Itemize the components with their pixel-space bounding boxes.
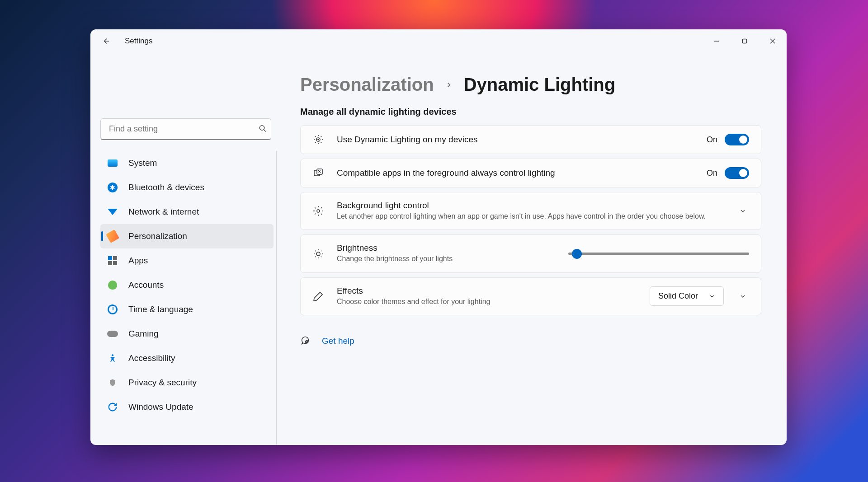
bluetooth-icon: ✱: [107, 182, 118, 193]
row-title: Effects: [337, 286, 637, 296]
wifi-icon: [107, 206, 118, 218]
background-light-row[interactable]: Background light control Let another app…: [300, 192, 761, 230]
nav-network[interactable]: Network & internet: [100, 200, 274, 224]
sidebar: System ✱Bluetooth & devices Network & in…: [90, 53, 280, 445]
nav-label: Personalization: [128, 231, 187, 241]
update-icon: [107, 401, 118, 413]
svg-point-3: [112, 354, 113, 356]
row-title: Compatible apps in the foreground always…: [337, 168, 694, 178]
expand-button[interactable]: [736, 290, 749, 303]
shield-icon: [107, 377, 118, 388]
help-icon: [300, 335, 310, 347]
nav-label: Accessibility: [128, 353, 175, 363]
compatible-apps-row: Compatible apps in the foreground always…: [300, 159, 761, 187]
toggle-state: On: [707, 135, 717, 145]
chevron-down-icon: [739, 207, 746, 215]
nav-bluetooth[interactable]: ✱Bluetooth & devices: [100, 175, 274, 200]
nav-label: Gaming: [128, 329, 159, 339]
nav-time[interactable]: Time & language: [100, 297, 274, 322]
toggle-state: On: [707, 168, 717, 178]
close-button[interactable]: [759, 29, 787, 53]
nav-gaming[interactable]: Gaming: [100, 322, 274, 346]
get-help-link[interactable]: Get help: [322, 336, 354, 346]
system-icon: [107, 157, 118, 169]
app-title: Settings: [125, 37, 152, 46]
breadcrumb-parent[interactable]: Personalization: [300, 75, 434, 95]
expand-button[interactable]: [736, 205, 749, 217]
settings-window: Settings System ✱Bluetooth & devices Net…: [90, 29, 787, 445]
chevron-right-icon: [445, 78, 453, 92]
nav-privacy[interactable]: Privacy & security: [100, 370, 274, 395]
gamepad-icon: [107, 328, 118, 340]
maximize-button[interactable]: [731, 29, 759, 53]
effects-dropdown[interactable]: Solid Color: [650, 286, 724, 306]
search-input[interactable]: [100, 118, 271, 140]
nav-apps[interactable]: Apps: [100, 248, 274, 273]
svg-point-5: [318, 139, 319, 140]
back-button[interactable]: [100, 35, 113, 47]
page-title: Dynamic Lighting: [464, 75, 616, 95]
light-icon: [312, 134, 324, 145]
brush-icon: [107, 230, 118, 242]
search-button[interactable]: [259, 125, 267, 134]
nav-label: Apps: [128, 256, 148, 266]
row-title: Use Dynamic Lighting on my devices: [337, 135, 694, 145]
nav-accessibility[interactable]: Accessibility: [100, 346, 274, 370]
gear-icon: [312, 205, 324, 217]
help-row: Get help: [300, 335, 761, 347]
window-controls: [703, 29, 787, 53]
apps-icon: [107, 255, 118, 267]
nav-label: Time & language: [128, 304, 193, 314]
accessibility-icon: [107, 352, 118, 364]
svg-point-9: [316, 252, 320, 256]
brightness-slider[interactable]: [568, 253, 749, 255]
row-subtitle: Choose color themes and effect for your …: [337, 297, 637, 307]
row-title: Brightness: [337, 243, 556, 253]
nav-update[interactable]: Windows Update: [100, 395, 274, 419]
svg-point-8: [317, 210, 320, 212]
nav-label: Windows Update: [128, 402, 193, 412]
chevron-down-icon: [709, 293, 715, 299]
row-subtitle: Let another app control lighting when an…: [337, 211, 724, 221]
nav-label: Accounts: [128, 280, 164, 290]
section-header: Manage all dynamic lighting devices: [300, 107, 761, 117]
row-subtitle: Change the brightness of your lights: [337, 254, 556, 264]
nav-personalization[interactable]: Personalization: [100, 224, 274, 248]
nav-system[interactable]: System: [100, 151, 274, 175]
svg-rect-1: [743, 39, 747, 43]
minimize-button[interactable]: [703, 29, 731, 53]
content: Personalization Dynamic Lighting Manage …: [280, 53, 787, 445]
nav: System ✱Bluetooth & devices Network & in…: [100, 151, 277, 445]
breadcrumb: Personalization Dynamic Lighting: [300, 75, 761, 95]
effects-row[interactable]: Effects Choose color themes and effect f…: [300, 277, 761, 315]
nav-label: Privacy & security: [128, 378, 197, 388]
svg-point-2: [259, 126, 264, 131]
pencil-icon: [312, 290, 324, 302]
use-dynamic-lighting-toggle[interactable]: [725, 134, 749, 145]
nav-label: Bluetooth & devices: [128, 183, 204, 192]
brightness-row: Brightness Change the brightness of your…: [300, 234, 761, 272]
minimize-icon: [714, 38, 719, 44]
chevron-down-icon: [739, 293, 746, 300]
nav-label: System: [128, 158, 157, 168]
row-title: Background light control: [337, 201, 724, 211]
search-icon: [259, 125, 267, 133]
clock-icon: [107, 304, 118, 315]
maximize-icon: [742, 38, 747, 44]
person-icon: [107, 279, 118, 291]
dropdown-value: Solid Color: [658, 291, 698, 301]
close-icon: [770, 38, 775, 44]
foreground-icon: [312, 167, 324, 179]
nav-accounts[interactable]: Accounts: [100, 273, 274, 297]
use-dynamic-lighting-row: Use Dynamic Lighting on my devices On: [300, 125, 761, 154]
nav-label: Network & internet: [128, 207, 199, 217]
titlebar: Settings: [90, 29, 787, 53]
arrow-left-icon: [103, 37, 111, 45]
compatible-apps-toggle[interactable]: [725, 167, 749, 179]
brightness-icon: [312, 248, 324, 260]
